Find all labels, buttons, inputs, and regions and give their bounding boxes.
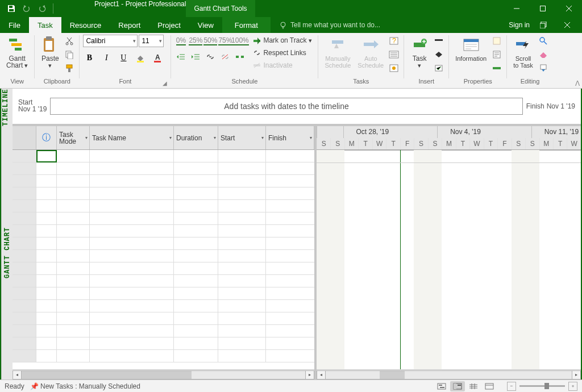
deliverable-icon[interactable] [433, 62, 445, 74]
svg-rect-1 [9, 9, 14, 11]
italic-button[interactable]: I [100, 52, 113, 64]
fill-down-icon[interactable] [537, 62, 550, 74]
col-finish[interactable]: Finish▾ [266, 126, 314, 149]
svg-rect-6 [9, 39, 17, 41]
summary-icon[interactable] [433, 35, 445, 47]
tab-format[interactable]: Format [222, 17, 271, 33]
respect-links-button[interactable]: Respect Links [251, 47, 314, 59]
scroll-right-icon[interactable]: ▸ [572, 370, 581, 380]
pct-75-icon[interactable]: 75% [219, 35, 231, 47]
outdent-icon[interactable] [174, 51, 187, 63]
pct-100-icon[interactable]: 100% [234, 35, 246, 47]
scroll-thumb[interactable] [380, 371, 404, 379]
pct-0-icon[interactable]: 0% [174, 35, 187, 47]
copy-icon[interactable] [63, 48, 76, 61]
zoom-in-icon[interactable]: ＋ [568, 382, 577, 391]
svg-rect-50 [485, 383, 493, 389]
information-button[interactable]: Information [452, 35, 489, 63]
font-size-combo[interactable]: 11▾ [139, 35, 164, 47]
find-icon[interactable] [537, 35, 550, 47]
scroll-left-icon[interactable]: ◂ [317, 370, 326, 380]
bulb-icon [279, 21, 287, 29]
maximize-icon[interactable] [530, 0, 556, 17]
gantt-timeline[interactable]: Oct 28, '19 Nov 4, '19 Nov 11, '19 SSMTW… [317, 126, 581, 380]
link-icon[interactable] [204, 51, 217, 63]
group-view-label: View [3, 78, 31, 87]
format-painter-icon[interactable] [63, 62, 76, 74]
timeline-panel[interactable]: StartNov 1 '19 Add tasks with dates to t… [13, 89, 581, 126]
col-duration[interactable]: Duration▾ [174, 126, 218, 149]
tell-me[interactable]: Tell me what you want to do... [271, 17, 380, 33]
fill-color-button[interactable] [134, 52, 147, 64]
status-newtasks[interactable]: 📌 New Tasks : Manually Scheduled [30, 382, 140, 390]
redo-icon[interactable] [35, 2, 49, 15]
group-editing-label: Editing [510, 78, 550, 87]
week-header: Nov 4, '19 [437, 126, 531, 138]
tab-project[interactable]: Project [149, 17, 189, 33]
view-shortcut-1[interactable] [434, 381, 449, 391]
clear-icon[interactable] [537, 48, 550, 61]
timeline-bar[interactable]: Add tasks with dates to the timeline [50, 98, 522, 115]
close-icon[interactable] [556, 0, 582, 17]
col-info[interactable]: ⓘ [36, 126, 57, 149]
svg-rect-7 [11, 43, 22, 46]
col-taskname[interactable]: Task Name▾ [90, 126, 174, 149]
mode-icon[interactable] [388, 62, 400, 74]
view-shortcut-4[interactable] [482, 381, 497, 391]
tab-file[interactable]: File [0, 17, 29, 33]
close-doc-icon[interactable] [557, 17, 577, 33]
scroll-left-icon[interactable]: ◂ [13, 370, 22, 380]
svg-rect-11 [45, 41, 52, 50]
restore-window-icon[interactable] [533, 17, 554, 33]
task-insert-button[interactable]: Task▾ [408, 35, 431, 70]
zoom-slider[interactable]: − ＋ [507, 382, 577, 391]
scroll-to-task-button[interactable]: Scroll to Task [510, 35, 536, 70]
right-scrollbar[interactable]: ◂ ▸ [317, 369, 581, 380]
sign-in[interactable]: Sign in [509, 21, 530, 29]
unlink-icon[interactable] [219, 51, 231, 63]
font-launcher-icon[interactable]: ◢ [161, 79, 169, 87]
save-icon[interactable] [5, 2, 18, 15]
details-icon[interactable] [490, 48, 503, 61]
zoom-thumb[interactable] [544, 383, 549, 389]
zoom-out-icon[interactable]: − [507, 382, 516, 391]
paste-button[interactable]: Paste▾ [38, 35, 62, 70]
undo-icon[interactable] [20, 2, 34, 15]
svg-rect-26 [364, 43, 374, 46]
collapse-ribbon-icon[interactable]: ᐱ [575, 80, 580, 87]
view-shortcut-2[interactable] [450, 381, 465, 391]
notes-icon[interactable] [490, 35, 503, 47]
inspect-icon[interactable]: ? [388, 35, 400, 47]
underline-button[interactable]: U [117, 52, 130, 64]
scroll-right-icon[interactable]: ▸ [305, 370, 314, 380]
tab-report[interactable]: Report [110, 17, 149, 33]
pct-25-icon[interactable]: 25% [189, 35, 202, 47]
tab-view[interactable]: View [189, 17, 222, 33]
group-tasks-label: Tasks [322, 78, 400, 87]
split-icon[interactable] [234, 51, 246, 63]
tab-task[interactable]: Task [29, 17, 61, 33]
col-start[interactable]: Start▾ [218, 126, 266, 149]
indent-icon[interactable] [189, 51, 202, 63]
group-clipboard-label: Clipboard [38, 78, 76, 87]
font-family-combo[interactable]: Calibri▾ [83, 35, 138, 47]
pct-50-icon[interactable]: 50% [204, 35, 217, 47]
left-scrollbar[interactable]: ◂ ▸ [13, 369, 314, 380]
move-icon[interactable] [388, 48, 400, 61]
bold-button[interactable]: B [83, 52, 95, 64]
timeline-add-icon[interactable] [490, 62, 503, 74]
gantt-chart-button[interactable]: Gantt Chart ▾ [3, 35, 31, 70]
task-table[interactable]: ⓘ Task Mode▾ Task Name▾ Duration▾ Start▾… [13, 126, 317, 380]
minimize-icon[interactable] [504, 0, 530, 17]
cut-icon[interactable] [63, 35, 76, 47]
view-shortcut-3[interactable] [466, 381, 481, 391]
col-taskmode[interactable]: Task Mode▾ [57, 126, 90, 149]
font-color-button[interactable]: A [151, 52, 164, 64]
milestone-icon[interactable] [433, 48, 445, 61]
mark-on-track-button[interactable]: Mark on Track ▾ [251, 35, 314, 46]
week-header: Nov 11, '19 [531, 126, 581, 138]
ribbon: Gantt Chart ▾ View Paste▾ Clipboard Cali… [0, 33, 582, 89]
group-insert-label: Insert [408, 78, 445, 87]
tab-resource[interactable]: Resource [61, 17, 110, 33]
scroll-thumb[interactable] [22, 371, 192, 379]
